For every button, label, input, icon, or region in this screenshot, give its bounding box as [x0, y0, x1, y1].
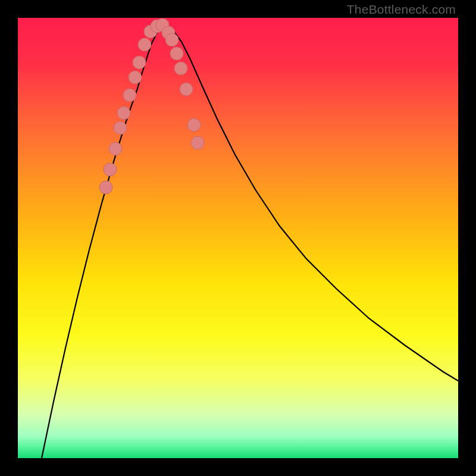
watermark-text: TheBottleneck.com: [347, 2, 456, 17]
plot-area: [18, 18, 458, 458]
highlight-dot: [109, 142, 122, 155]
highlight-dot: [117, 107, 130, 120]
highlight-dot: [99, 181, 112, 194]
highlight-dot: [114, 121, 127, 134]
highlight-dot: [165, 33, 178, 46]
highlight-dot: [170, 47, 183, 60]
highlight-dot: [180, 83, 193, 96]
highlight-dot: [138, 38, 151, 51]
highlight-dot: [133, 56, 146, 69]
highlight-dot: [104, 163, 117, 176]
highlight-dot: [129, 71, 142, 84]
outer-frame: TheBottleneck.com: [0, 0, 476, 476]
highlight-dot: [187, 118, 201, 131]
gradient-background: [18, 18, 458, 458]
highlight-dot: [174, 62, 187, 75]
highlight-dot: [123, 89, 136, 102]
highlight-dot: [191, 136, 204, 149]
plot-svg: [18, 18, 458, 458]
